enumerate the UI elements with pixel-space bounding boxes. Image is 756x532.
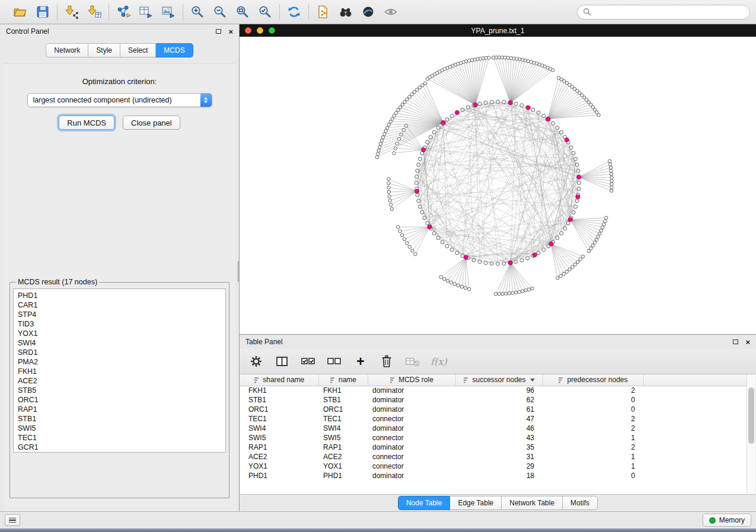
- result-node[interactable]: PMA2: [18, 357, 225, 367]
- result-node[interactable]: SWI5: [18, 424, 225, 433]
- import-table-icon: [87, 4, 102, 20]
- table-row[interactable]: STB1STB1dominator620: [240, 395, 748, 405]
- tab-node-table[interactable]: Node Table: [398, 496, 451, 510]
- tab-network-table[interactable]: Network Table: [502, 496, 563, 510]
- mcds-result-list[interactable]: PHD1CAR1STP4TID3YOX1SWI4SRD1PMA2FKH1ACE2…: [13, 289, 226, 453]
- network-window-titlebar[interactable]: YPA_prune.txt_1: [240, 24, 756, 37]
- import-table-button[interactable]: [85, 3, 103, 21]
- result-node[interactable]: PHD1: [18, 291, 225, 300]
- deselect-all-columns-button[interactable]: [326, 353, 343, 370]
- export-image-button[interactable]: [160, 3, 177, 21]
- new-network-button[interactable]: [114, 3, 132, 21]
- table-scrollbar-thumb[interactable]: [748, 387, 754, 444]
- float-panel-icon[interactable]: [216, 29, 221, 34]
- table-row[interactable]: PHD1PHD1dominator180: [240, 471, 748, 480]
- mcds-result-title: MCDS result (17 nodes): [16, 278, 99, 286]
- control-panel-title: Control Panel: [6, 27, 49, 36]
- control-panel-tabs: NetworkStyleSelectMCDS: [0, 43, 239, 57]
- result-node[interactable]: ORC1: [18, 395, 225, 405]
- share-document-icon: [315, 4, 331, 20]
- tab-mcds[interactable]: MCDS: [156, 43, 193, 57]
- status-menu-button[interactable]: [5, 514, 20, 526]
- export-table-button[interactable]: [137, 3, 155, 21]
- minimize-window-icon[interactable]: [257, 27, 263, 34]
- zoom-fit-button[interactable]: [234, 3, 251, 21]
- tab-style[interactable]: Style: [88, 43, 120, 57]
- column-header-name[interactable]: name: [318, 374, 368, 386]
- show-graphics-details-button[interactable]: [382, 3, 400, 21]
- control-panel-header: Control Panel ×: [0, 24, 239, 39]
- function-builder-button[interactable]: f(x): [430, 353, 447, 370]
- table-scrollbar[interactable]: [747, 374, 755, 494]
- close-panel-button[interactable]: Close panel: [123, 116, 180, 130]
- table-row[interactable]: TEC1TEC1connector472: [240, 414, 748, 424]
- optimization-criterion-dropdown[interactable]: largest connected component (undirected): [27, 93, 212, 107]
- fx-icon: f(x): [430, 356, 446, 367]
- clear-values-button[interactable]: [404, 353, 421, 370]
- table-settings-button[interactable]: [248, 353, 264, 370]
- table-row[interactable]: YOX1YOX1connector291: [240, 462, 748, 471]
- zoom-out-button[interactable]: [211, 3, 229, 21]
- result-node[interactable]: FKH1: [18, 367, 225, 376]
- add-column-button[interactable]: +: [352, 353, 369, 370]
- table-row[interactable]: FKH1FKH1dominator962: [240, 386, 748, 395]
- tab-motifs[interactable]: Motifs: [563, 496, 598, 510]
- result-node[interactable]: SRD1: [18, 348, 225, 357]
- import-network-button[interactable]: [63, 3, 81, 21]
- network-view-window: YPA_prune.txt_1: [240, 24, 756, 335]
- result-node[interactable]: STB5: [18, 386, 225, 395]
- toolbar-search[interactable]: [577, 5, 750, 20]
- network-canvas-svg: [240, 37, 756, 334]
- result-node[interactable]: ACE2: [18, 376, 225, 386]
- maximize-window-icon[interactable]: [269, 27, 275, 34]
- hamburger-icon: [9, 518, 16, 519]
- result-node[interactable]: RAP1: [18, 405, 225, 414]
- tab-select[interactable]: Select: [120, 43, 156, 57]
- result-node[interactable]: CAR1: [18, 300, 225, 310]
- memory-button[interactable]: Memory: [703, 514, 751, 527]
- search-network-button[interactable]: [337, 3, 355, 21]
- table-row[interactable]: SWI5SWI5connector431: [240, 433, 748, 443]
- close-panel-icon[interactable]: ×: [228, 28, 233, 36]
- mcds-tab-content: Optimization criterion: largest connecte…: [4, 63, 235, 511]
- plus-icon: +: [356, 355, 364, 368]
- result-node[interactable]: SWI4: [18, 338, 225, 348]
- result-node[interactable]: YOX1: [18, 329, 225, 338]
- table-row[interactable]: SWI4SWI4dominator462: [240, 424, 748, 433]
- zoom-selected-button[interactable]: [256, 3, 274, 21]
- result-node[interactable]: GCR1: [18, 443, 225, 452]
- table-row[interactable]: ACE2ACE2connector311: [240, 452, 748, 462]
- tab-network[interactable]: Network: [46, 43, 88, 57]
- select-all-columns-button[interactable]: [300, 353, 317, 370]
- network-canvas[interactable]: [240, 37, 756, 334]
- result-node[interactable]: TID3: [18, 319, 225, 329]
- table-row[interactable]: RAP1RAP1dominator352: [240, 443, 748, 452]
- column-header-shared-name[interactable]: shared name: [240, 374, 318, 386]
- tab-edge-table[interactable]: Edge Table: [450, 496, 502, 510]
- search-input[interactable]: [595, 8, 744, 16]
- result-node[interactable]: STP4: [18, 310, 225, 319]
- eye-icon: [383, 4, 398, 20]
- table-row[interactable]: ORC1ORC1dominator610: [240, 405, 748, 414]
- style-button[interactable]: [359, 3, 377, 21]
- save-button[interactable]: [34, 3, 52, 21]
- share-document-button[interactable]: [314, 3, 332, 21]
- delete-columns-button[interactable]: [378, 353, 395, 370]
- column-header-MCDS-role[interactable]: MCDS role: [368, 374, 455, 386]
- zoom-in-button[interactable]: [189, 3, 206, 21]
- column-header-successor-nodes[interactable]: successor nodes: [455, 374, 543, 386]
- refresh-button[interactable]: [285, 3, 303, 21]
- column-header-predecessor-nodes[interactable]: predecessor nodes: [543, 374, 643, 386]
- cytoscape-window: Control Panel × NetworkStyleSelectMCDS O…: [0, 0, 756, 528]
- result-node[interactable]: STB1: [18, 414, 225, 424]
- checked-boxes-icon: [301, 354, 316, 368]
- close-table-panel-icon[interactable]: ×: [745, 338, 750, 346]
- float-table-panel-icon[interactable]: [733, 339, 738, 344]
- run-mcds-button[interactable]: Run MCDS: [59, 116, 114, 130]
- close-window-icon[interactable]: [245, 27, 251, 34]
- zoom-in-icon: [190, 4, 205, 20]
- show-columns-button[interactable]: [274, 353, 291, 370]
- result-node[interactable]: TEC1: [18, 433, 225, 443]
- open-button[interactable]: [11, 3, 29, 21]
- table-panel-title: Table Panel: [245, 338, 283, 346]
